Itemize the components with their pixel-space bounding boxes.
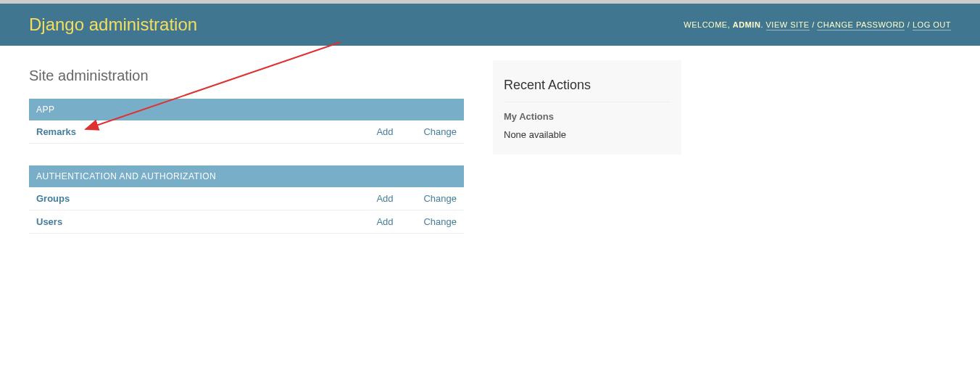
welcome-text: WELCOME, bbox=[684, 20, 730, 29]
recent-actions-empty: None available bbox=[504, 129, 670, 140]
user-tools: WELCOME, ADMIN. VIEW SITE / CHANGE PASSW… bbox=[684, 20, 951, 29]
table-row: Remarks Add Change bbox=[29, 120, 464, 144]
change-link-remarks[interactable]: Change bbox=[423, 126, 457, 137]
page-title: Site administration bbox=[29, 67, 464, 84]
module-caption-app[interactable]: APP bbox=[29, 99, 464, 120]
view-site-link[interactable]: VIEW SITE bbox=[766, 20, 810, 30]
site-branding[interactable]: Django administration bbox=[29, 15, 197, 35]
model-link-users[interactable]: Users bbox=[36, 216, 62, 227]
content-sidebar: Recent Actions My Actions None available bbox=[493, 60, 681, 155]
change-link-users[interactable]: Change bbox=[423, 216, 457, 227]
content-area: Site administration APP Remarks Add Chan… bbox=[0, 46, 980, 270]
header-bar: Django administration WELCOME, ADMIN. VI… bbox=[0, 4, 980, 46]
change-password-link[interactable]: CHANGE PASSWORD bbox=[817, 20, 905, 30]
change-link-groups[interactable]: Change bbox=[423, 193, 457, 204]
add-link-remarks[interactable]: Add bbox=[376, 126, 393, 137]
add-link-users[interactable]: Add bbox=[376, 216, 393, 227]
recent-actions-title: Recent Actions bbox=[504, 67, 670, 102]
logout-link[interactable]: LOG OUT bbox=[913, 20, 951, 30]
table-row: Users Add Change bbox=[29, 210, 464, 234]
app-module-app: APP Remarks Add Change bbox=[29, 99, 464, 144]
username: ADMIN bbox=[733, 20, 761, 29]
recent-actions-subtitle: My Actions bbox=[504, 111, 670, 122]
content-main: Site administration APP Remarks Add Chan… bbox=[29, 60, 464, 255]
app-module-auth: AUTHENTICATION AND AUTHORIZATION Groups … bbox=[29, 165, 464, 234]
recent-actions-module: Recent Actions My Actions None available bbox=[493, 60, 681, 155]
add-link-groups[interactable]: Add bbox=[376, 193, 393, 204]
model-link-remarks[interactable]: Remarks bbox=[36, 126, 76, 137]
table-row: Groups Add Change bbox=[29, 187, 464, 210]
model-link-groups[interactable]: Groups bbox=[36, 193, 70, 204]
module-caption-auth[interactable]: AUTHENTICATION AND AUTHORIZATION bbox=[29, 165, 464, 187]
